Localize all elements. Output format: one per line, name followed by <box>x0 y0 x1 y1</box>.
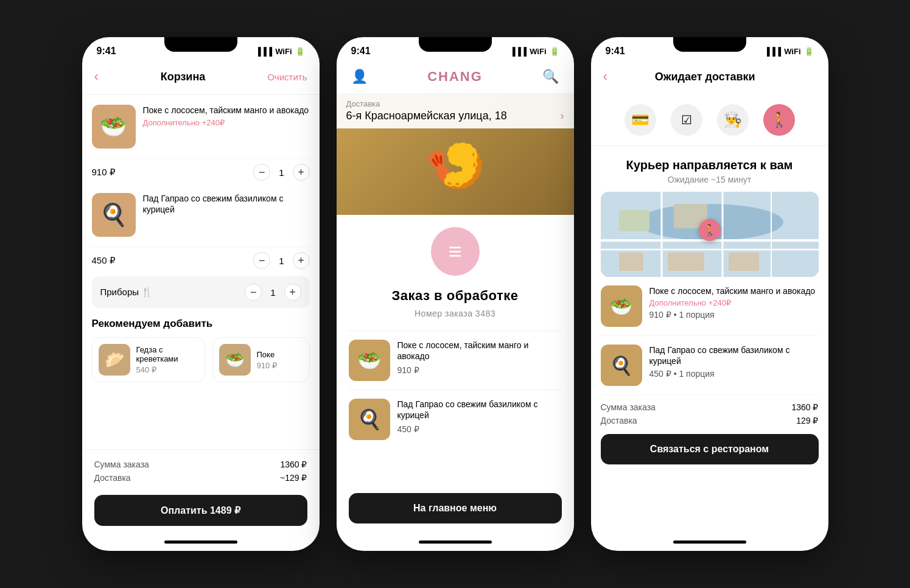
order-item-name-1: Поке с лососем, тайским манго и авокадо <box>397 340 562 362</box>
delivery-content: 🥗 Поке с лососем, тайским манго и авокад… <box>591 277 828 536</box>
map-area: 🚶 <box>601 192 819 277</box>
qty-num-1: 1 <box>279 167 284 178</box>
main-menu-button[interactable]: На главное меню <box>349 493 562 523</box>
order-status-icon: ≡ <box>431 227 480 276</box>
qty-control-1: − 1 + <box>253 164 309 181</box>
recommend-price-2: 910 ₽ <box>257 361 277 370</box>
increase-btn-1[interactable]: + <box>293 164 310 181</box>
delivery-item-info-1: Поке с лососем, тайским манго и авокадо … <box>649 285 816 320</box>
phone-delivery: 9:41 ▐▐▐ WiFi 🔋 ‹ Ожидает доставки 💳 ☑ 👨… <box>591 37 828 551</box>
cutlery-decrease-btn[interactable]: − <box>245 284 262 301</box>
signal-icon-2: ▐▐▐ <box>510 47 527 56</box>
recommend-name-1: Гедза с креветками <box>136 345 198 363</box>
delivery-label: Доставка <box>94 473 131 483</box>
cart-title: Корзина <box>161 71 206 83</box>
item-info-2: Пад Гапрао со свежим базиликом с курицей <box>143 193 310 215</box>
courier-info: Курьер направляется к вам Ожидание ~15 м… <box>591 146 828 192</box>
delivery-item-info-2: Пад Гапрао со свежим базиликом с курицей… <box>649 345 819 379</box>
qty-num-2: 1 <box>279 256 284 266</box>
item-name-1: Поке с лососем, тайским манго и авокадо <box>143 105 310 116</box>
battery-icon: 🔋 <box>295 47 305 56</box>
back-button-3[interactable]: ‹ <box>603 69 607 85</box>
cutlery-increase-btn[interactable]: + <box>284 284 301 301</box>
order-modal: ≡ Заказ в обработке Номер заказа 3483 🥗 … <box>337 200 574 536</box>
delivery-item-2: 🍳 Пад Гапрао со свежим базиликом с куриц… <box>601 336 819 395</box>
delivery-item-img-1: 🥗 <box>601 285 642 327</box>
recommend-price-1: 540 ₽ <box>136 365 198 374</box>
progress-step-payment: 💳 <box>625 104 656 136</box>
wifi-icon: WiFi <box>275 47 292 56</box>
phone-cart: 9:41 ▐▐▐ WiFi 🔋 ‹ Корзина Очистить 🥗 Пок… <box>82 37 320 551</box>
notch-3 <box>673 37 746 52</box>
delivery-order-row: Сумма заказа 1360 ₽ <box>601 402 819 412</box>
delivery-item-1: 🥗 Поке с лососем, тайским манго и авокад… <box>601 277 819 336</box>
delivery-banner: Доставка 6-я Красноармейская улица, 18 › <box>337 93 574 128</box>
delivery-value: ~129 ₽ <box>280 473 307 483</box>
item-price-2: 450 ₽ <box>92 255 116 266</box>
food-hero: Доставка 6-я Красноармейская улица, 18 ›… <box>337 93 574 215</box>
courier-map-pin: 🚶 <box>699 219 721 241</box>
delivery-label: Доставка <box>346 99 564 108</box>
decrease-btn-1[interactable]: − <box>253 164 270 181</box>
contact-restaurant-button[interactable]: Связаться с рестораном <box>601 434 819 464</box>
order-item-price-1: 910 ₽ <box>397 365 562 375</box>
cutlery-qty: 1 <box>270 287 275 298</box>
delivery-summary-row: Доставка ~129 ₽ <box>94 473 307 483</box>
delivery-order-value: 1360 ₽ <box>791 402 818 412</box>
recommend-name-2: Поке <box>257 350 277 359</box>
progress-icons: 💳 ☑ 👨‍🍳 🚶 <box>591 94 828 146</box>
signal-icon: ▐▐▐ <box>256 47 273 56</box>
order-value: 1360 ₽ <box>280 460 307 469</box>
order-status-title: Заказ в обработке <box>349 288 562 304</box>
item-name-2: Пад Гапрао со свежим базиликом с курицей <box>143 193 310 215</box>
search-icon[interactable]: 🔍 <box>542 69 559 85</box>
recommend-item-1[interactable]: 🥟 Гедза с креветками 540 ₽ <box>92 337 205 382</box>
food-emoji-2: 🍳 <box>92 193 136 237</box>
recommend-info-1: Гедза с креветками 540 ₽ <box>136 345 198 374</box>
delivery-item-price-1: 910 ₽ • 1 порция <box>649 310 816 320</box>
recommend-item-2[interactable]: 🥗 Поке 910 ₽ <box>212 337 310 382</box>
courier-heading: Курьер направляется к вам <box>603 158 816 172</box>
delivery-item-price-2: 450 ₽ • 1 порция <box>649 369 819 379</box>
notch <box>419 37 492 52</box>
back-button[interactable]: ‹ <box>94 69 99 85</box>
progress-step-cook: 👨‍🍳 <box>717 104 749 136</box>
pay-button[interactable]: Оплатить 1489 ₽ <box>94 495 307 526</box>
order-label: Сумма заказа <box>94 460 149 469</box>
decrease-btn-2[interactable]: − <box>253 252 270 269</box>
delivery-fee-value: 129 ₽ <box>796 416 818 425</box>
cutlery-row: Приборы 🍴 − 1 + <box>92 276 310 308</box>
app-header: 👤 CHANG 🔍 <box>337 61 574 93</box>
delivery-item-name-2: Пад Гапрао со свежим базиликом с курицей <box>649 345 819 366</box>
cart-footer: Сумма заказа 1360 ₽ Доставка ~129 ₽ Опла… <box>82 449 320 536</box>
home-indicator-3 <box>673 541 746 544</box>
order-item-price-2: 450 ₽ <box>397 424 562 434</box>
home-indicator <box>164 541 237 544</box>
order-item-name-2: Пад Гапрао со свежим базиликом с курицей <box>397 399 562 421</box>
delivery-item-extra-1: Дополнительно +240₽ <box>649 298 816 307</box>
profile-icon[interactable]: 👤 <box>351 69 368 85</box>
item-price-row-1: 910 ₽ − 1 + <box>92 164 310 183</box>
clear-button[interactable]: Очистить <box>267 72 307 82</box>
cart-item-1: 🥗 Поке с лососем, тайским манго и авокад… <box>92 95 310 159</box>
wifi-icon-2: WiFi <box>530 47 546 56</box>
cutlery-qty-control: − 1 + <box>245 284 301 301</box>
order-number: Номер заказа 3483 <box>349 309 562 318</box>
increase-btn-2[interactable]: + <box>293 252 310 269</box>
signal-icon-3: ▐▐▐ <box>765 47 782 56</box>
order-item-info-1: Поке с лососем, тайским манго и авокадо … <box>397 340 562 375</box>
item-image-1: 🥗 <box>92 105 136 149</box>
recommendations-list: 🥟 Гедза с креветками 540 ₽ 🥗 Поке 910 ₽ <box>92 337 310 387</box>
item-extra-1: Дополнительно +240₽ <box>143 118 310 127</box>
status-time: 9:41 <box>97 46 116 57</box>
order-items-list: 🥗 Поке с лососем, тайским манго и авокад… <box>349 331 562 483</box>
status-time-3: 9:41 <box>606 46 625 57</box>
order-item-img-2: 🍳 <box>349 399 390 440</box>
phone-order: 9:41 ▐▐▐ WiFi 🔋 👤 CHANG 🔍 Доставка 6-я К… <box>337 37 574 551</box>
delivery-item-name-1: Поке с лососем, тайским манго и авокадо <box>649 285 816 296</box>
status-icons-2: ▐▐▐ WiFi 🔋 <box>510 47 559 56</box>
delivery-order-label: Сумма заказа <box>601 402 656 412</box>
svg-rect-10 <box>619 210 649 231</box>
cart-item-2: 🍳 Пад Гапрао со свежим базиликом с куриц… <box>92 183 310 247</box>
progress-step-courier: 🚶 <box>763 104 795 136</box>
